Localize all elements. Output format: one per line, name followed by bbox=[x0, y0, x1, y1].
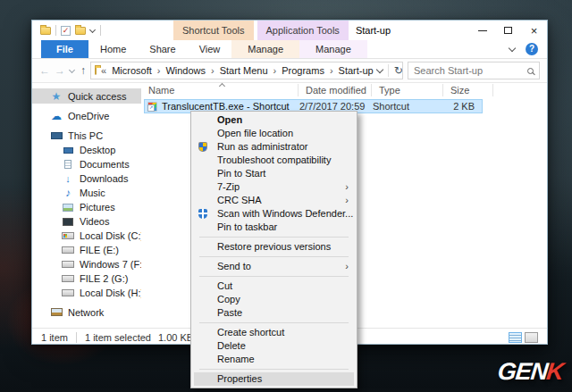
sidebar-item-file-e[interactable]: FILE (E:) bbox=[32, 243, 141, 257]
music-note-icon: ♪ bbox=[62, 187, 74, 199]
windows-defender-icon bbox=[198, 209, 207, 219]
search-input[interactable] bbox=[414, 65, 527, 76]
sidebar-item-downloads[interactable]: ↓ Downloads bbox=[32, 171, 141, 186]
ribbon-tab-row: File Home Share View Manage Manage ? bbox=[32, 40, 547, 59]
new-folder-icon[interactable] bbox=[75, 27, 86, 35]
menu-item-label: Restore previous versions bbox=[217, 241, 331, 252]
drive-icon bbox=[62, 246, 74, 254]
forward-icon[interactable]: → bbox=[55, 65, 65, 76]
sidebar-item-onedrive[interactable]: ☁ OneDrive bbox=[32, 108, 141, 123]
status-divider bbox=[76, 332, 77, 343]
sidebar-item-label: FILE (E:) bbox=[80, 245, 119, 255]
tab-manage-application[interactable]: Manage bbox=[299, 40, 367, 58]
menu-item-label: 7-Zip bbox=[217, 181, 240, 192]
toolbar-separator bbox=[100, 25, 101, 36]
menu-item-7-zip[interactable]: 7-Zip › bbox=[194, 180, 354, 194]
expand-ribbon-chevron-icon[interactable] bbox=[509, 44, 516, 51]
menu-item-create-shortcut[interactable]: Create shortcut bbox=[194, 326, 354, 339]
sidebar-item-videos[interactable]: Videos bbox=[32, 214, 141, 229]
refresh-icon[interactable]: ↻ bbox=[394, 64, 403, 77]
sidebar-item-label: Downloads bbox=[80, 173, 128, 184]
menu-item-open-file-location[interactable]: Open file location bbox=[194, 127, 354, 140]
menu-item-restore-previous-versions[interactable]: Restore previous versions bbox=[194, 240, 354, 254]
menu-item-pin-to-start[interactable]: Pin to Start bbox=[194, 167, 354, 180]
menu-item-label: Cut bbox=[217, 280, 232, 291]
menu-item-label: Copy bbox=[217, 294, 240, 304]
quick-access-toolbar: ✓ bbox=[32, 25, 122, 36]
menu-item-crc-sha[interactable]: CRC SHA › bbox=[194, 194, 354, 207]
application-tools-tab[interactable]: Application Tools bbox=[257, 21, 349, 40]
sidebar-item-documents[interactable]: Documents bbox=[32, 157, 141, 171]
up-icon[interactable]: ↑ bbox=[80, 65, 86, 76]
column-header-type[interactable]: Type bbox=[372, 84, 443, 96]
tab-share[interactable]: Share bbox=[138, 40, 187, 58]
menu-item-properties[interactable]: Properties bbox=[194, 372, 354, 386]
menu-item-label: Scan with Windows Defender... bbox=[217, 208, 353, 219]
menu-item-send-to[interactable]: Send to › bbox=[194, 260, 354, 273]
tab-manage-shortcut[interactable]: Manage bbox=[231, 40, 299, 58]
computer-icon bbox=[50, 132, 63, 139]
sidebar-item-label: Local Disk (C:) bbox=[80, 230, 141, 241]
back-icon[interactable]: ← bbox=[39, 65, 50, 76]
genk-watermark: GENK bbox=[496, 358, 564, 386]
menu-separator bbox=[199, 237, 349, 238]
properties-check-icon[interactable]: ✓ bbox=[61, 26, 71, 36]
sidebar-item-local-disk-c[interactable]: Local Disk (C:) bbox=[32, 229, 141, 243]
sidebar-item-this-pc[interactable]: This PC bbox=[32, 128, 141, 143]
help-icon[interactable]: ? bbox=[526, 43, 538, 55]
sidebar-item-label: Pictures bbox=[80, 202, 115, 213]
menu-item-label: Delete bbox=[217, 340, 246, 351]
large-icons-view-icon[interactable] bbox=[525, 332, 538, 343]
sidebar-item-file-2-g[interactable]: FILE 2 (G:) bbox=[32, 271, 141, 286]
sidebar-item-pictures[interactable]: Pictures bbox=[32, 200, 141, 214]
menu-item-open[interactable]: Open bbox=[194, 113, 354, 127]
sidebar-item-label: Quick access bbox=[68, 91, 126, 102]
sidebar-item-local-disk-h[interactable]: Local Disk (H:) bbox=[32, 286, 141, 300]
folder-icon[interactable] bbox=[40, 27, 51, 35]
menu-item-label: Rename bbox=[217, 354, 255, 364]
tab-view[interactable]: View bbox=[188, 40, 232, 58]
drive-icon bbox=[62, 275, 74, 282]
breadcrumb-item-start-up[interactable]: Start-up bbox=[338, 65, 374, 76]
menu-item-label: Open bbox=[217, 114, 242, 125]
menu-item-run-as-administrator[interactable]: Run as administrator bbox=[194, 140, 354, 154]
breadcrumb-item-start-menu[interactable]: Start Menu bbox=[219, 65, 269, 76]
breadcrumb-item-programs[interactable]: Programs bbox=[281, 65, 325, 76]
menu-item-copy[interactable]: Copy bbox=[194, 293, 354, 306]
tab-file[interactable]: File bbox=[41, 40, 88, 58]
details-view-icon[interactable] bbox=[509, 332, 522, 343]
menu-separator bbox=[199, 322, 349, 323]
close-button[interactable]: × bbox=[521, 21, 547, 40]
menu-item-label: Run as administrator bbox=[217, 141, 308, 152]
column-header-size[interactable]: Size bbox=[443, 84, 493, 96]
recent-locations-chevron-icon[interactable] bbox=[69, 66, 75, 72]
customize-toolbar-chevron-icon[interactable] bbox=[89, 26, 96, 32]
breadcrumb-item-windows[interactable]: Windows bbox=[164, 65, 206, 76]
sidebar-item-quick-access[interactable]: ★ Quick access bbox=[32, 88, 141, 104]
tab-home[interactable]: Home bbox=[88, 40, 138, 58]
sidebar-item-music[interactable]: ♪ Music bbox=[32, 186, 141, 200]
address-dropdown-chevron-icon[interactable] bbox=[375, 65, 383, 72]
menu-item-scan-with-windows-defender[interactable]: Scan with Windows Defender... bbox=[194, 207, 354, 221]
window-controls: × bbox=[469, 21, 547, 40]
crumb-separator-icon: › bbox=[272, 65, 279, 76]
sidebar-item-network[interactable]: Network bbox=[32, 304, 141, 320]
sidebar-item-windows-7-f[interactable]: Windows 7 (F:) bbox=[32, 257, 141, 271]
sidebar-item-desktop[interactable]: Desktop bbox=[32, 143, 141, 157]
breadcrumb-item-microsoft[interactable]: Microsoft bbox=[111, 65, 153, 76]
minimize-button[interactable] bbox=[469, 21, 495, 40]
column-header-date-modified[interactable]: Date modified bbox=[299, 84, 372, 96]
sidebar-item-label: FILE 2 (G:) bbox=[80, 273, 128, 284]
shortcut-tools-tab[interactable]: Shortcut Tools bbox=[173, 21, 254, 40]
menu-item-delete[interactable]: Delete bbox=[194, 339, 354, 353]
menu-item-troubleshoot-compatibility[interactable]: Troubleshoot compatibility bbox=[194, 154, 354, 167]
maximize-button[interactable] bbox=[495, 21, 521, 40]
menu-item-cut[interactable]: Cut bbox=[194, 279, 354, 293]
menu-item-rename[interactable]: Rename bbox=[194, 353, 354, 366]
toolbar-separator bbox=[55, 25, 56, 36]
menu-item-pin-to-taskbar[interactable]: Pin to taskbar bbox=[194, 221, 354, 234]
context-menu: Open Open file location Run as administr… bbox=[190, 111, 358, 388]
breadcrumb[interactable]: « Microsoft › Windows › Start Menu › Pro… bbox=[90, 62, 403, 79]
search-icon[interactable] bbox=[527, 68, 534, 74]
menu-item-paste[interactable]: Paste bbox=[194, 306, 354, 320]
